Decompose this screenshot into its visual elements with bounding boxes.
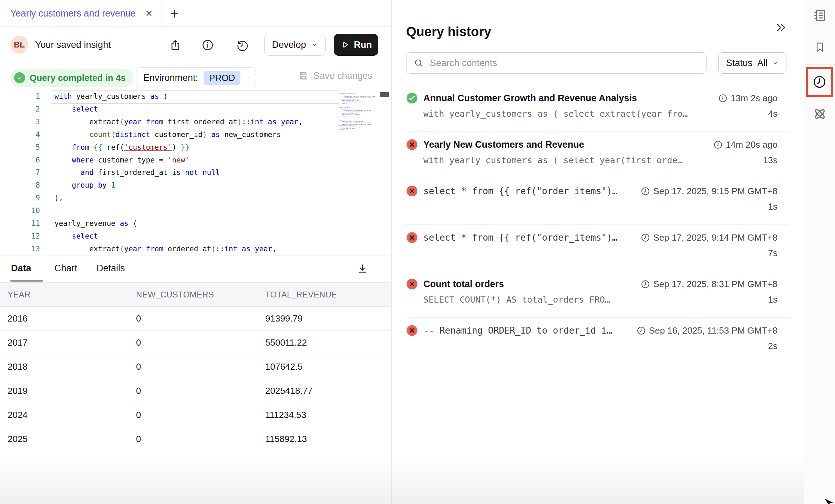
share-icon: [169, 39, 182, 52]
query-duration: 1s: [760, 294, 777, 305]
download-results-button[interactable]: [355, 261, 370, 276]
table-row: 2016091399.79: [0, 307, 391, 331]
bookmarks-button[interactable]: [804, 41, 835, 54]
environment-label: Environment:: [143, 73, 198, 83]
table-cell: 2019: [0, 386, 136, 396]
query-duration: 1s: [760, 201, 777, 212]
query-run-time: 14m 20s ago: [705, 139, 777, 150]
editor-scrollbar-thumb[interactable]: [380, 92, 389, 97]
query-run-time: Sep 17, 2025, 9:14 PM GMT+8: [632, 232, 777, 243]
chevron-down-icon: [311, 41, 318, 48]
run-button[interactable]: Run: [334, 34, 378, 56]
query-title: -- Renaming ORDER_ID to order_id i…: [423, 325, 612, 336]
editor-panel: Yearly customers and revenue ✕ BL Your s…: [0, 0, 391, 504]
version-history-button[interactable]: [235, 38, 249, 52]
table-cell: 107642.5: [265, 361, 391, 372]
status-filter-dropdown[interactable]: Status All: [718, 52, 786, 74]
column-header: TOTAL_REVENUE: [265, 290, 391, 300]
table-row: 20180107642.5: [0, 355, 391, 379]
collapse-panel-button[interactable]: [773, 20, 788, 35]
query-history-item[interactable]: -- Renaming ORDER_ID to order_id i…Sep 1…: [406, 318, 789, 364]
query-title: select * from {{ ref("order_items")…: [423, 186, 618, 196]
query-title: Annual Customer Growth and Revenue Analy…: [423, 93, 637, 104]
tab-chart[interactable]: Chart: [54, 263, 77, 274]
table-cell: 2025418.77: [265, 386, 391, 396]
history-clock-icon: [812, 75, 827, 89]
code-line: 3 extract(year from first_ordered_at)::i…: [0, 116, 391, 128]
tab-details[interactable]: Details: [96, 263, 125, 274]
editor-minimap[interactable]: with yearly_customers as ( select extrac…: [339, 93, 376, 130]
info-icon: [201, 39, 214, 52]
query-history-list: Annual Customer Growth and Revenue Analy…: [406, 85, 789, 364]
query-run-time: Sep 17, 2025, 9:15 PM GMT+8: [632, 186, 777, 197]
table-row: 201902025418.77: [0, 379, 391, 403]
query-status-badge: Query completed in 4s: [10, 69, 133, 87]
table-cell: 2017: [0, 337, 136, 348]
sql-code-editor[interactable]: 1with yearly_customers as (2 select3 ext…: [0, 90, 391, 255]
code-line: 6 where customer_type = 'new': [0, 154, 391, 167]
rail-separator: [804, 131, 835, 131]
save-changes-label: Save changes: [313, 71, 372, 81]
mouse-cursor: [825, 498, 835, 504]
query-title: Count total orders: [423, 279, 504, 290]
table-cell: 0: [136, 434, 265, 444]
table-cell: 0: [136, 361, 265, 372]
status-filter-label: Status: [726, 58, 753, 69]
code-line: 4 count(distinct customer_id) as new_cus…: [0, 128, 391, 141]
ai-sparkle-icon: [812, 106, 828, 122]
table-header-row: YEARNEW_CUSTOMERSTOTAL_REVENUE: [0, 282, 391, 307]
code-line: 13 extract(year from ordered_at)::int as…: [0, 243, 391, 255]
results-tab-bar: Data Chart Details: [0, 255, 391, 282]
code-lines: 1with yearly_customers as (2 select3 ext…: [0, 90, 391, 255]
table-row: 20170550011.22: [0, 331, 391, 355]
close-tab-icon[interactable]: ✕: [145, 9, 153, 18]
environment-dropdown[interactable]: Environment: PROD: [136, 67, 256, 88]
info-button[interactable]: [201, 38, 215, 52]
table-cell: 91399.79: [265, 313, 391, 324]
table-cell: 2025: [0, 434, 136, 444]
tab-data[interactable]: Data: [11, 263, 31, 274]
code-line: 5 from {{ ref('customers') }}: [0, 141, 391, 154]
table-cell: 0: [136, 410, 265, 420]
status-filter-value: All: [757, 58, 767, 69]
query-run-time: Sep 17, 2025, 8:31 PM GMT+8: [632, 279, 777, 290]
query-snippet: with yearly_customers as ( select extrac…: [423, 109, 688, 119]
ai-assistant-button[interactable]: [804, 106, 835, 122]
tab-label: Yearly customers and revenue: [10, 8, 136, 19]
search-icon: [413, 58, 424, 68]
error-status-icon: [406, 325, 418, 336]
table-cell: 2018: [0, 361, 136, 372]
table-row: 20250115892.13: [0, 427, 391, 451]
tab-yearly-customers-and-revenue[interactable]: Yearly customers and revenue ✕: [0, 0, 162, 27]
query-history-panel: Query history Status All Annual Customer…: [391, 0, 803, 504]
query-duration: 2s: [760, 341, 777, 351]
play-icon: [340, 40, 350, 50]
query-history-item[interactable]: Yearly New Customers and Revenue14m 20s …: [406, 132, 789, 178]
chevron-down-icon: [772, 60, 779, 66]
query-duration: 13s: [755, 155, 777, 166]
table-cell: 115892.13: [265, 434, 391, 444]
develop-dropdown[interactable]: Develop: [264, 34, 326, 56]
query-history-item[interactable]: select * from {{ ref("order_items")…Sep …: [406, 225, 789, 271]
code-line: 11yearly_revenue as (: [0, 217, 391, 230]
code-line: 12 select: [0, 230, 391, 243]
query-history-button-active[interactable]: [806, 67, 833, 97]
share-button[interactable]: [168, 38, 182, 52]
download-icon: [357, 263, 368, 274]
rail-separator: [804, 32, 835, 32]
query-history-item[interactable]: Annual Customer Growth and Revenue Analy…: [406, 85, 789, 132]
save-changes-button[interactable]: Save changes: [298, 70, 372, 81]
notebook-button[interactable]: [804, 8, 835, 23]
query-snippet: SELECT COUNT(*) AS total_orders FRO…: [423, 295, 610, 305]
column-header: NEW_CUSTOMERS: [136, 290, 265, 300]
save-icon: [298, 70, 309, 81]
new-tab-button[interactable]: [167, 7, 181, 21]
table-row: 20240111234.53: [0, 403, 391, 427]
query-run-time: Sep 16, 2025, 11:53 PM GMT+8: [628, 325, 777, 336]
results-table: YEARNEW_CUSTOMERSTOTAL_REVENUE 201609139…: [0, 282, 391, 451]
search-input[interactable]: [429, 57, 699, 69]
query-title: Yearly New Customers and Revenue: [423, 139, 584, 150]
query-history-item[interactable]: select * from {{ ref("order_items")…Sep …: [406, 178, 789, 225]
table-cell: 0: [136, 313, 265, 324]
query-history-item[interactable]: Count total ordersSep 17, 2025, 8:31 PM …: [406, 271, 789, 318]
